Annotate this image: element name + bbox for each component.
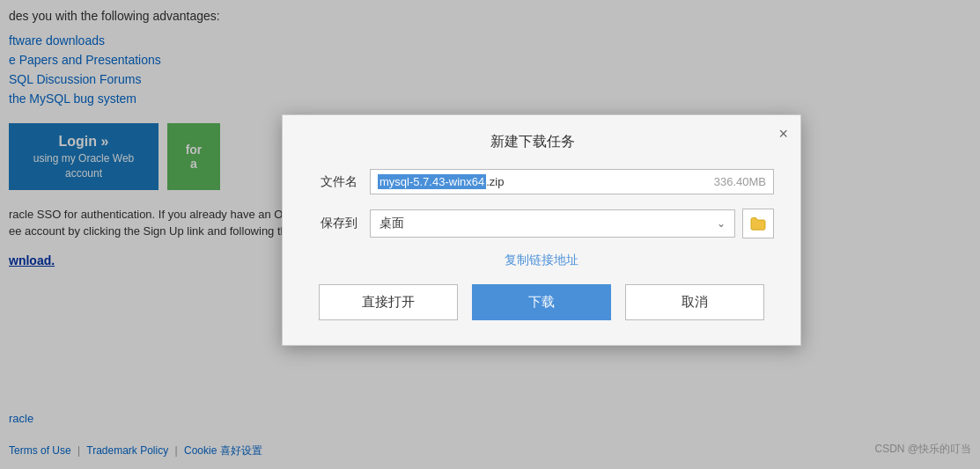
copy-link-button[interactable]: 复制链接地址: [309, 253, 774, 268]
save-to-value: 桌面: [379, 216, 404, 231]
filename-label: 文件名: [309, 174, 357, 190]
browse-folder-button[interactable]: [742, 209, 774, 238]
copy-link-row: 复制链接地址: [309, 253, 774, 268]
chevron-down-icon: ⌄: [717, 217, 726, 230]
open-button[interactable]: 直接打开: [319, 284, 458, 320]
filename-row: 文件名 mysql-5.7.43-winx64 .zip 336.40MB: [309, 169, 774, 194]
download-button[interactable]: 下载: [472, 284, 611, 320]
modal-footer: 直接打开 下载 取消: [309, 284, 774, 320]
save-to-row: 保存到 桌面 ⌄: [309, 209, 774, 238]
filename-highlighted: mysql-5.7.43-winx64: [378, 174, 486, 189]
modal-title: 新建下载任务: [309, 133, 774, 151]
folder-icon: [749, 216, 767, 231]
filename-input[interactable]: mysql-5.7.43-winx64 .zip 336.40MB: [370, 169, 774, 194]
save-to-wrapper: 桌面 ⌄: [370, 209, 774, 238]
save-to-label: 保存到: [309, 216, 357, 231]
close-button[interactable]: ×: [778, 126, 788, 142]
download-dialog: × 新建下载任务 文件名 mysql-5.7.43-winx64 .zip 33…: [282, 114, 801, 346]
cancel-button[interactable]: 取消: [625, 284, 764, 320]
file-size: 336.40MB: [705, 175, 766, 188]
save-to-select[interactable]: 桌面 ⌄: [370, 209, 735, 238]
filename-extension: .zip: [486, 175, 504, 188]
